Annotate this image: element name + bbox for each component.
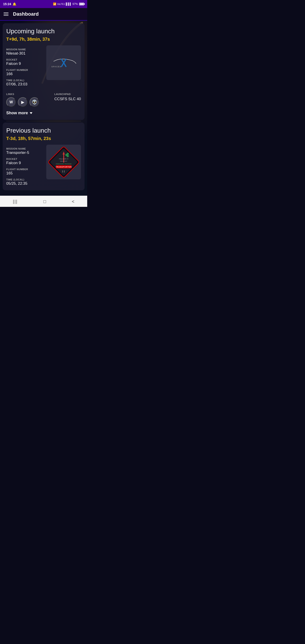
time-label: TIME (LOCAL) bbox=[6, 79, 44, 82]
svg-text:SMALLSAT: SMALLSAT bbox=[60, 160, 67, 162]
flight-number-value: 166 bbox=[6, 72, 44, 76]
svg-point-7 bbox=[67, 155, 69, 157]
notification-icon: 🔔 bbox=[12, 2, 16, 6]
show-more-label: Show more bbox=[6, 111, 28, 116]
time-value: 07/06, 23:03 bbox=[6, 82, 44, 86]
launchpad-value: CCSFS SLC 40 bbox=[54, 97, 81, 101]
status-right: 📶 VoLTE1 ▌▌▌ 97% bbox=[53, 2, 84, 6]
previous-launch-card: Previous launch T-3d, 18h, 57min, 23s MI… bbox=[3, 122, 84, 190]
prev-mission-name-label: MISSION NAME bbox=[6, 147, 44, 150]
previous-mission-image: FALCON 9 SMALLSAT RIDESHARE PROGRAM TRAN… bbox=[46, 145, 81, 179]
nav-bar: ||| □ < bbox=[0, 196, 87, 207]
svg-text:▌ ▌: ▌ ▌ bbox=[62, 170, 65, 173]
nav-home-icon: □ bbox=[44, 199, 46, 204]
svg-text:FALCON 9: FALCON 9 bbox=[59, 158, 68, 160]
battery-percent: 97% bbox=[72, 2, 78, 6]
reddit-link-button[interactable]: 👽 bbox=[30, 97, 39, 107]
app-bar: Dashboard bbox=[0, 8, 87, 20]
flight-number-label: FLIGHT NUMBER bbox=[6, 69, 44, 71]
previous-info: MISSION NAME Transporter-5 ROCKET Falcon… bbox=[6, 145, 44, 186]
upcoming-launch-title: Upcoming launch bbox=[6, 28, 81, 35]
launchpad-section: LAUNCHPAD CCSFS SLC 40 bbox=[54, 90, 81, 101]
svg-text:SPACEX: SPACEX bbox=[51, 65, 61, 68]
upcoming-info: MISSION NAME Nilesat-301 ROCKET Falcon 9… bbox=[6, 46, 44, 86]
chevron-down-icon bbox=[30, 112, 32, 114]
previous-launch-title: Previous launch bbox=[6, 127, 81, 134]
status-left: 15:24 🔔 bbox=[3, 2, 16, 6]
signal-text: VoLTE1 bbox=[57, 3, 65, 5]
nav-back-icon: < bbox=[72, 199, 74, 204]
signal-bars: ▌▌▌ bbox=[66, 2, 72, 6]
upcoming-mission-image: SPACEX bbox=[46, 46, 81, 80]
prev-flight-number-value: 165 bbox=[6, 171, 44, 176]
spacex-logo-svg: SPACEX bbox=[49, 54, 78, 72]
reddit-icon: 👽 bbox=[32, 100, 37, 105]
status-bar: 15:24 🔔 📶 VoLTE1 ▌▌▌ 97% bbox=[0, 0, 87, 8]
card-divider bbox=[6, 121, 81, 121]
wikipedia-icon: W bbox=[10, 100, 13, 104]
nav-menu-button[interactable]: ||| bbox=[9, 198, 21, 205]
prev-mission-name-value: Transporter-5 bbox=[6, 150, 44, 155]
prev-time-label: TIME (LOCAL) bbox=[6, 178, 44, 181]
youtube-link-button[interactable]: ▶ bbox=[18, 97, 28, 107]
wifi-icon: 📶 bbox=[53, 2, 56, 6]
rocket-value: Falcon 9 bbox=[6, 62, 44, 66]
upcoming-countdown: T+9d, 7h, 38min, 37s bbox=[6, 37, 81, 42]
launchpad-label: LAUNCHPAD bbox=[54, 93, 81, 96]
prev-time-value: 05/25, 22:35 bbox=[6, 181, 44, 186]
youtube-icon: ▶ bbox=[21, 100, 24, 105]
wikipedia-link-button[interactable]: W bbox=[6, 97, 16, 107]
rocket-label: ROCKET bbox=[6, 58, 44, 61]
mission-name-value: Nilesat-301 bbox=[6, 51, 44, 56]
transporter-badge-svg: FALCON 9 SMALLSAT RIDESHARE PROGRAM TRAN… bbox=[48, 146, 80, 178]
time-display: 15:24 bbox=[3, 2, 11, 6]
show-more-button[interactable]: Show more bbox=[6, 111, 32, 116]
prev-rocket-value: Falcon 9 bbox=[6, 161, 44, 165]
links-label: LINKS bbox=[6, 93, 39, 96]
nav-menu-icon: ||| bbox=[13, 199, 18, 204]
app-title: Dashboard bbox=[13, 11, 39, 17]
upcoming-card-body: MISSION NAME Nilesat-301 ROCKET Falcon 9… bbox=[6, 46, 81, 86]
svg-text:TRANSPORTER: TRANSPORTER bbox=[56, 166, 72, 168]
upcoming-card-footer: LINKS W ▶ 👽 LAUNCHPAD CCSFS SLC 40 bbox=[6, 90, 81, 107]
svg-point-6 bbox=[67, 153, 69, 155]
nav-home-button[interactable]: □ bbox=[40, 198, 50, 205]
link-icons: W ▶ 👽 bbox=[6, 97, 39, 107]
mission-name-label: MISSION NAME bbox=[6, 48, 44, 51]
svg-text:RIDESHARE PROGRAM: RIDESHARE PROGRAM bbox=[56, 163, 72, 164]
previous-countdown: T-3d, 18h, 57min, 23s bbox=[6, 136, 81, 141]
prev-flight-number-label: FLIGHT NUMBER bbox=[6, 168, 44, 170]
upcoming-launch-card: Upcoming launch T+9d, 7h, 38min, 37s MIS… bbox=[3, 23, 84, 120]
nav-back-button[interactable]: < bbox=[68, 198, 78, 205]
prev-rocket-label: ROCKET bbox=[6, 158, 44, 160]
main-content: Upcoming launch T+9d, 7h, 38min, 37s MIS… bbox=[0, 20, 87, 196]
battery-icon bbox=[79, 3, 84, 5]
links-section: LINKS W ▶ 👽 bbox=[6, 90, 39, 107]
previous-card-body: MISSION NAME Transporter-5 ROCKET Falcon… bbox=[6, 145, 81, 186]
transporter-badge: FALCON 9 SMALLSAT RIDESHARE PROGRAM TRAN… bbox=[46, 145, 81, 179]
hamburger-menu-button[interactable] bbox=[4, 12, 8, 16]
